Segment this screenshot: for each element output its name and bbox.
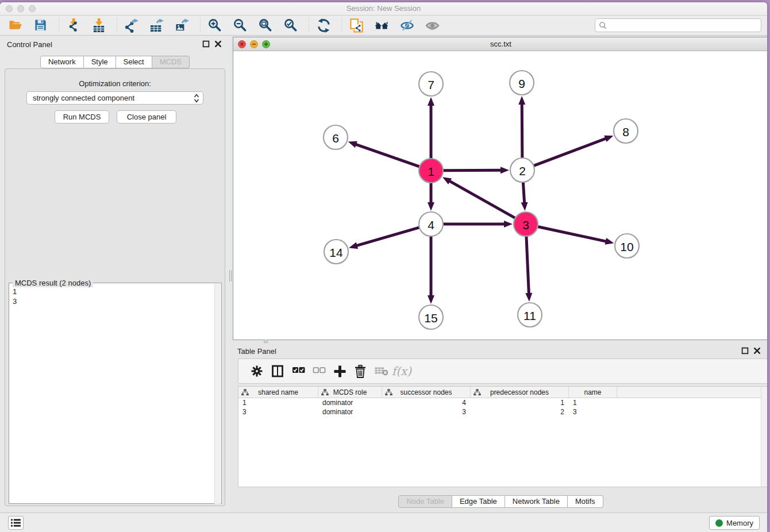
zoom-in-button[interactable]	[206, 17, 224, 33]
result-scrollbar[interactable]	[214, 284, 221, 504]
run-mcds-button[interactable]: Run MCDS	[55, 110, 109, 124]
graph-node-14[interactable]: 14	[324, 240, 348, 264]
graph-edge-2-3[interactable]	[521, 182, 528, 211]
task-history-button[interactable]	[8, 516, 24, 530]
table-row-2[interactable]: 3dominator323	[238, 407, 767, 417]
zoom-window-button[interactable]	[29, 5, 36, 12]
export-image-button[interactable]	[174, 17, 191, 33]
cell-successor-nodes[interactable]: 3	[382, 407, 471, 417]
graph-node-9[interactable]: 9	[510, 71, 534, 95]
close-window-button[interactable]	[6, 5, 13, 12]
cell-successor-nodes[interactable]: 4	[382, 398, 471, 407]
tab-mcds[interactable]: MCDS	[152, 56, 190, 68]
hide-selection-button[interactable]	[398, 17, 415, 33]
delete-columns-button[interactable]	[350, 363, 371, 380]
float-table-panel-icon[interactable]	[741, 347, 749, 354]
tab-style[interactable]: Style	[84, 56, 116, 68]
zoom-fit-button[interactable]	[257, 17, 274, 33]
graph-node-4[interactable]: 4	[419, 212, 443, 236]
import-network-button[interactable]	[65, 17, 82, 33]
float-panel-icon[interactable]	[202, 40, 210, 48]
minimize-network-button[interactable]	[250, 40, 258, 51]
show-all-button[interactable]	[424, 17, 441, 33]
memory-label: Memory	[726, 519, 753, 527]
export-network-button[interactable]	[123, 17, 140, 33]
close-table-panel-icon[interactable]	[753, 347, 761, 354]
close-network-button[interactable]	[238, 40, 246, 51]
cell-name[interactable]: 1	[569, 398, 617, 407]
column-label: successor nodes	[400, 388, 452, 396]
unselect-all-columns-button[interactable]	[309, 363, 329, 380]
column-header-mcds-role[interactable]: MCDS role	[318, 387, 382, 398]
close-panel-icon[interactable]	[214, 40, 222, 48]
memory-button[interactable]: Memory	[709, 516, 760, 530]
cell-shared-name[interactable]: 3	[238, 407, 318, 417]
graph-node-3[interactable]: 3	[514, 212, 538, 236]
graph-edge-2-9[interactable]	[518, 96, 525, 159]
save-session-icon	[34, 18, 48, 33]
graph-edge-4-14[interactable]	[349, 228, 420, 249]
tab-network-table[interactable]: Network Table	[505, 495, 568, 508]
graph-node-10[interactable]: 10	[615, 234, 639, 258]
cell-predecessor-nodes[interactable]: 1	[471, 398, 569, 407]
svg-text:11: 11	[523, 309, 536, 322]
maximize-network-button[interactable]	[262, 40, 270, 51]
graph-node-11[interactable]: 11	[518, 303, 542, 327]
network-canvas[interactable]: 1234678910111415	[233, 51, 767, 340]
graph-edge-2-8[interactable]	[533, 136, 614, 166]
close-panel-button[interactable]: Close panel	[117, 110, 176, 124]
select-all-columns-button[interactable]	[288, 363, 309, 380]
import-table-button[interactable]	[90, 17, 107, 33]
graph-edge-3-10[interactable]	[537, 226, 614, 245]
graph-node-15[interactable]: 15	[419, 305, 443, 329]
graph-edge-4-15[interactable]	[428, 236, 434, 304]
show-columns-button[interactable]	[267, 363, 288, 380]
table-row-1[interactable]: 1dominator411	[238, 398, 767, 407]
tab-motifs[interactable]: Motifs	[568, 495, 603, 508]
tab-edge-table[interactable]: Edge Table	[452, 495, 505, 508]
export-table-button[interactable]	[148, 17, 165, 33]
tab-select[interactable]: Select	[116, 56, 152, 68]
panel-splitter-handle[interactable]	[229, 270, 232, 282]
table-scrollbar[interactable]	[761, 387, 767, 487]
tab-network[interactable]: Network	[40, 56, 84, 68]
graph-edge-1-4[interactable]	[428, 182, 434, 211]
import-network-icon	[67, 18, 81, 33]
cell-mcds-role[interactable]: dominator	[318, 398, 382, 407]
graph-edge-3-1[interactable]	[442, 177, 516, 218]
zoom-selected-button[interactable]	[282, 17, 299, 33]
minimize-window-button[interactable]	[17, 5, 24, 12]
graph-edge-1-2[interactable]	[442, 167, 509, 174]
graph-node-2[interactable]: 2	[510, 158, 534, 182]
column-header-shared-name[interactable]: shared name	[238, 387, 318, 398]
first-neighbors-button[interactable]	[373, 17, 390, 33]
graph-edge-1-7[interactable]	[428, 97, 434, 159]
select-all-columns-icon	[292, 365, 305, 378]
save-session-button[interactable]	[32, 17, 49, 33]
search-input[interactable]	[610, 21, 757, 30]
cell-name[interactable]: 3	[569, 407, 617, 417]
graph-node-7[interactable]: 7	[419, 72, 443, 96]
column-header-name[interactable]: name	[569, 387, 617, 398]
column-header-successor-nodes[interactable]: successor nodes	[382, 387, 471, 398]
refresh-layout-button[interactable]	[315, 17, 332, 33]
tab-node-table[interactable]: Node Table	[398, 495, 452, 508]
cell-mcds-role[interactable]: dominator	[318, 407, 382, 417]
graph-edge-1-6[interactable]	[348, 141, 420, 167]
add-column-button[interactable]	[329, 363, 350, 380]
criterion-select[interactable]: strongly connected component	[26, 91, 203, 105]
zoom-out-button[interactable]	[232, 17, 249, 33]
cell-shared-name[interactable]: 1	[238, 398, 318, 407]
search-box[interactable]	[595, 18, 761, 32]
open-session-button[interactable]	[7, 17, 24, 33]
column-header-predecessor-nodes[interactable]: predecessor nodes	[471, 387, 569, 398]
graph-edge-3-11[interactable]	[525, 236, 532, 302]
cell-predecessor-nodes[interactable]: 2	[471, 407, 569, 417]
graph-node-6[interactable]: 6	[324, 125, 348, 149]
svg-text:15: 15	[424, 311, 437, 325]
graph-node-8[interactable]: 8	[614, 119, 638, 143]
duplicate-network-button[interactable]	[348, 17, 365, 33]
graph-node-1[interactable]: 1	[419, 159, 443, 183]
table-settings-button[interactable]	[247, 363, 267, 380]
graph-edge-4-3[interactable]	[442, 221, 513, 228]
